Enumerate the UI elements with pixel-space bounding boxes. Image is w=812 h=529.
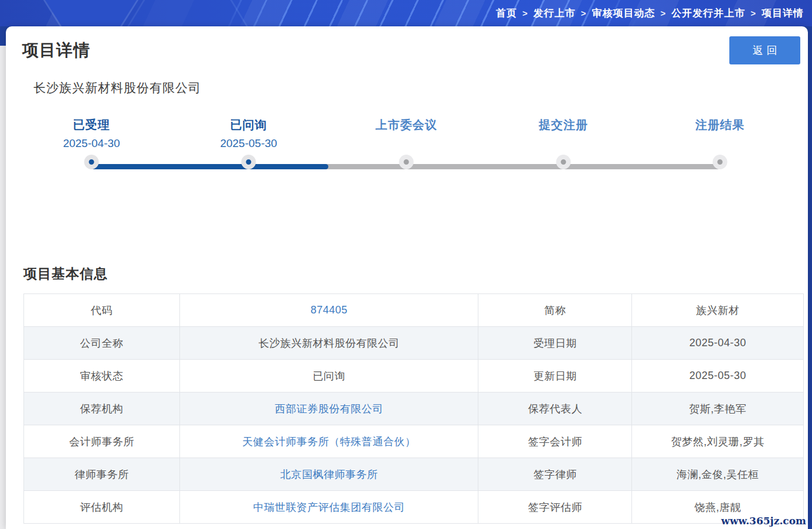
cell-label-update-date: 更新日期 [478, 360, 632, 393]
timeline-stage-registration-submitted: 提交注册 [499, 117, 628, 137]
table-row: 公司全称 长沙族兴新材料股份有限公司 受理日期 2025-04-30 [24, 327, 804, 360]
stage-label: 注册结果 [655, 117, 784, 133]
breadcrumb-item-public-offering-listing[interactable]: 公开发行并上市 [671, 6, 745, 20]
company-name: 长沙族兴新材料股份有限公司 [33, 79, 808, 97]
project-detail-card: 项目详情 返回 长沙族兴新材料股份有限公司 已受理 2025-04-30 已问询… [6, 26, 808, 529]
cell-label-full-name: 公司全称 [24, 327, 180, 360]
breadcrumb: 首页 > 发行上市 > 审核项目动态 > 公开发行并上市 > 项目详情 [496, 0, 804, 26]
cell-label-signing-appraisers: 签字评估师 [478, 491, 632, 524]
card-header: 项目详情 返回 [6, 26, 808, 64]
timeline-stage-inquired: 已问询 2025-05-30 [184, 117, 313, 150]
cell-label-short-name: 简称 [478, 294, 632, 327]
timeline-track-progress [91, 164, 328, 169]
table-row: 代码 874405 简称 族兴新材 [24, 294, 804, 327]
breadcrumb-separator: > [750, 8, 756, 18]
site-watermark: www.365jz.com [721, 515, 806, 527]
timeline-dot-accepted [84, 155, 99, 169]
cell-value-update-date: 2025-05-30 [632, 360, 804, 393]
stage-label: 提交注册 [499, 117, 628, 133]
cell-value-acceptance-date: 2025-04-30 [632, 327, 804, 360]
cell-value-sponsor-representatives: 贺斯,李艳军 [632, 393, 804, 425]
cell-label-acceptance-date: 受理日期 [478, 327, 632, 360]
timeline-stage-listing-committee: 上市委会议 [342, 117, 471, 137]
timeline-stage-registration-result: 注册结果 [655, 117, 784, 137]
cell-label-law-firm: 律师事务所 [24, 458, 180, 491]
cell-label-review-status: 审核状态 [24, 360, 180, 393]
basic-info-heading: 项目基本信息 [23, 265, 808, 283]
back-button[interactable]: 返回 [729, 36, 800, 64]
cell-label-code: 代码 [24, 294, 180, 327]
timeline-dot-inquired [242, 155, 256, 169]
stage-label: 已问询 [184, 117, 313, 133]
table-row: 会计师事务所 天健会计师事务所（特殊普通合伙） 签字会计师 贺梦然,刘灵珊,罗其 [24, 425, 804, 458]
basic-info-table: 代码 874405 简称 族兴新材 公司全称 长沙族兴新材料股份有限公司 受理日… [23, 293, 804, 524]
cell-value-accounting-firm-link[interactable]: 天健会计师事务所（特殊普通合伙） [180, 425, 478, 458]
cell-value-code[interactable]: 874405 [180, 294, 478, 327]
table-row: 保荐机构 西部证券股份有限公司 保荐代表人 贺斯,李艳军 [24, 393, 804, 425]
breadcrumb-item-issuance-listing[interactable]: 发行上市 [534, 6, 576, 20]
stage-date: 2025-05-30 [184, 137, 313, 150]
timeline-stage-accepted: 已受理 2025-04-30 [27, 117, 156, 150]
cell-value-short-name: 族兴新材 [632, 294, 804, 327]
cell-label-accounting-firm: 会计师事务所 [24, 425, 180, 458]
table-row: 评估机构 中瑞世联资产评估集团有限公司 签字评估师 饶燕,唐靓 [24, 491, 804, 524]
breadcrumb-separator: > [522, 8, 528, 18]
cell-label-sponsor-representatives: 保荐代表人 [478, 393, 632, 425]
cell-value-appraisal-agency-link[interactable]: 中瑞世联资产评估集团有限公司 [180, 491, 478, 524]
breadcrumb-separator: > [660, 8, 666, 18]
stage-label: 已受理 [27, 117, 156, 133]
cell-value-signing-accountants: 贺梦然,刘灵珊,罗其 [632, 425, 804, 458]
timeline-dot-registration-result [713, 155, 728, 169]
cell-label-appraisal-agency: 评估机构 [24, 491, 180, 524]
review-progress-timeline: 已受理 2025-04-30 已问询 2025-05-30 上市委会议 提交注册… [23, 117, 790, 193]
breadcrumb-separator: > [581, 8, 587, 18]
cell-value-sponsor-link[interactable]: 西部证券股份有限公司 [180, 393, 478, 425]
table-row: 审核状态 已问询 更新日期 2025-05-30 [24, 360, 804, 393]
timeline-dot-registration-submitted [556, 155, 570, 169]
cell-label-sponsor: 保荐机构 [24, 393, 180, 425]
left-page-margin [0, 46, 6, 529]
page-title: 项目详情 [22, 36, 90, 64]
breadcrumb-item-project-detail-current: 项目详情 [762, 6, 804, 20]
cell-value-review-status: 已问询 [180, 360, 478, 393]
timeline-dot-listing-committee [399, 155, 413, 169]
cell-label-signing-lawyers: 签字律师 [478, 458, 632, 491]
cell-value-signing-lawyers: 海澜,金俊,吴任桓 [632, 458, 804, 491]
stage-label: 上市委会议 [342, 117, 471, 133]
breadcrumb-item-review-project-updates[interactable]: 审核项目动态 [592, 6, 655, 20]
cell-value-law-firm-link[interactable]: 北京国枫律师事务所 [180, 458, 478, 491]
cell-value-full-name: 长沙族兴新材料股份有限公司 [180, 327, 478, 360]
table-row: 律师事务所 北京国枫律师事务所 签字律师 海澜,金俊,吴任桓 [24, 458, 804, 491]
cell-label-signing-accountants: 签字会计师 [478, 425, 632, 458]
breadcrumb-item-home[interactable]: 首页 [496, 6, 517, 20]
stage-date: 2025-04-30 [27, 137, 156, 150]
